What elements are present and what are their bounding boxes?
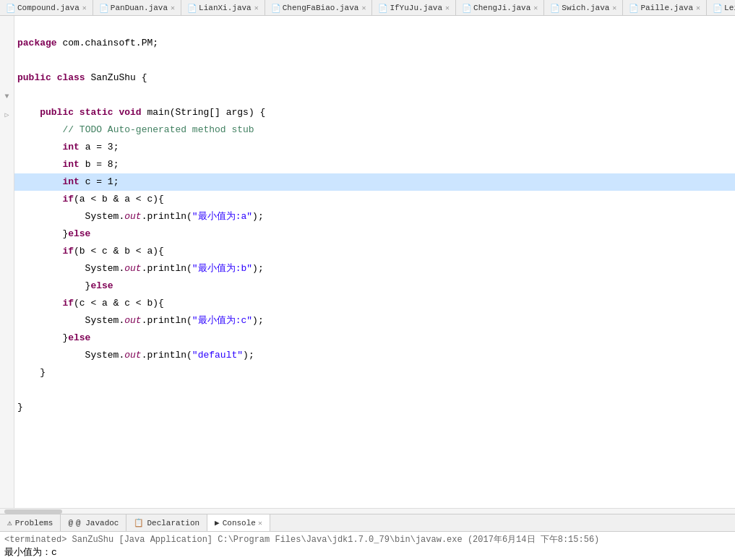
scrollbar-thumb[interactable] xyxy=(4,509,62,514)
code-line: }else xyxy=(14,329,735,347)
tab-label: Paille.java xyxy=(640,4,693,12)
tab-swich[interactable]: 📄 Swich.java ✕ xyxy=(544,0,623,15)
code-line xyxy=(14,382,735,399)
code-line xyxy=(14,87,735,104)
problems-icon: ⚠ xyxy=(7,518,12,527)
tab-compound[interactable]: 📄 Compound.java ✕ xyxy=(0,0,93,15)
tab-declaration-label: Declaration xyxy=(147,519,199,527)
tab-lianxi[interactable]: 📄 LianXi.java ✕ xyxy=(181,0,265,15)
java-file-icon: 📄 xyxy=(99,4,108,12)
tab-label: IfYuJu.java xyxy=(390,4,442,12)
declaration-icon: 📋 xyxy=(134,518,144,527)
tab-close-icon[interactable]: ✕ xyxy=(696,4,700,12)
tab-close-icon[interactable]: ✕ xyxy=(171,4,175,12)
tab-chengfabiao[interactable]: 📄 ChengFaBiao.java ✕ xyxy=(265,0,373,15)
tab-close-icon[interactable]: ✕ xyxy=(254,4,259,12)
tab-label: PanDuan.java xyxy=(111,4,168,12)
code-line xyxy=(14,52,735,69)
code-line: int a = 3; xyxy=(14,139,735,156)
java-file-icon: 📄 xyxy=(713,4,721,12)
code-line: System.out.println("default"); xyxy=(14,347,735,364)
tab-paille[interactable]: 📄 Paille.java ✕ xyxy=(623,0,707,15)
java-file-icon: 📄 xyxy=(271,4,280,12)
code-line: public class SanZuShu { xyxy=(14,69,735,87)
tab-label: Leijia.java xyxy=(724,4,735,12)
tab-javadoc[interactable]: @ @ Javadoc xyxy=(61,514,126,531)
console-close-icon[interactable]: ✕ xyxy=(258,519,262,527)
code-line: } xyxy=(14,364,735,382)
java-file-icon: 📄 xyxy=(6,4,14,12)
tab-label: Swich.java xyxy=(562,4,609,12)
tab-problems[interactable]: ⚠ Problems xyxy=(0,514,61,531)
horizontal-scrollbar[interactable] xyxy=(0,508,735,514)
console-result: 最小值为：c xyxy=(4,546,731,559)
tab-console[interactable]: ▶ Console ✕ xyxy=(207,514,270,531)
tab-close-icon[interactable]: ✕ xyxy=(361,4,366,12)
tab-panduan[interactable]: 📄 PanDuan.java ✕ xyxy=(93,0,181,15)
code-editor[interactable]: package com.chainsoft.PM; public class S… xyxy=(14,16,735,508)
tab-label: ChengJi.java xyxy=(473,4,530,12)
tab-close-icon[interactable]: ✕ xyxy=(612,4,616,12)
tab-ifyuju[interactable]: 📄 IfYuJu.java ✕ xyxy=(372,0,456,15)
code-line: if(b < c & b < a){ xyxy=(14,243,735,260)
tab-console-label: Console xyxy=(223,519,256,527)
tab-leijia[interactable]: 📄 Leijia.java ✕ xyxy=(707,0,735,15)
code-line-highlighted: int c = 1; xyxy=(14,173,735,191)
java-file-icon: 📄 xyxy=(187,4,196,12)
bottom-panel: ⚠ Problems @ @ Javadoc 📋 Declaration ▶ C… xyxy=(0,514,735,560)
tab-javadoc-label: @ Javadoc xyxy=(76,519,119,527)
code-line: if(a < b & a < c){ xyxy=(14,191,735,208)
editor-container: ▼ ▷ package com.chainsoft.PM; public cla… xyxy=(0,16,735,508)
code-line: }else xyxy=(14,225,735,243)
code-line xyxy=(14,17,735,35)
tab-problems-label: Problems xyxy=(15,519,53,527)
code-line: public static void main(String[] args) { xyxy=(14,104,735,121)
fold-icon[interactable]: ▼ xyxy=(4,88,9,105)
fold-icon2[interactable]: ▷ xyxy=(4,107,9,124)
java-file-icon: 📄 xyxy=(629,4,637,12)
code-line: System.out.println("最小值为:c"); xyxy=(14,312,735,329)
bottom-tab-bar: ⚠ Problems @ @ Javadoc 📋 Declaration ▶ C… xyxy=(0,514,735,532)
java-file-icon: 📄 xyxy=(550,4,559,12)
console-icon: ▶ xyxy=(215,518,220,527)
code-line: } xyxy=(14,399,735,416)
code-line: System.out.println("最小值为:b"); xyxy=(14,260,735,277)
tab-declaration[interactable]: 📋 Declaration xyxy=(126,514,207,531)
java-file-icon: 📄 xyxy=(462,4,470,12)
tab-label: LianXi.java xyxy=(199,4,252,12)
code-line: int b = 8; xyxy=(14,156,735,173)
java-file-icon: 📄 xyxy=(378,4,387,12)
tab-close-icon[interactable]: ✕ xyxy=(533,4,538,12)
tab-bar: 📄 Compound.java ✕ 📄 PanDuan.java ✕ 📄 Lia… xyxy=(0,0,735,16)
code-line: if(c < a & c < b){ xyxy=(14,295,735,312)
console-title: <terminated> SanZuShu [Java Application]… xyxy=(4,533,731,546)
tab-label: Compound.java xyxy=(17,4,79,12)
tab-close-icon[interactable]: ✕ xyxy=(445,4,450,12)
tab-close-icon[interactable]: ✕ xyxy=(82,4,87,12)
editor-gutter: ▼ ▷ xyxy=(0,16,14,508)
code-line: package com.chainsoft.PM; xyxy=(14,35,735,52)
code-line: System.out.println("最小值为:a"); xyxy=(14,208,735,225)
console-output-area: <terminated> SanZuShu [Java Application]… xyxy=(0,532,735,560)
code-line: }else xyxy=(14,277,735,295)
code-line: // TODO Auto-generated method stub xyxy=(14,121,735,139)
tab-chengji[interactable]: 📄 ChengJi.java ✕ xyxy=(456,0,544,15)
tab-label: ChengFaBiao.java xyxy=(283,4,359,12)
javadoc-icon: @ xyxy=(68,519,73,527)
